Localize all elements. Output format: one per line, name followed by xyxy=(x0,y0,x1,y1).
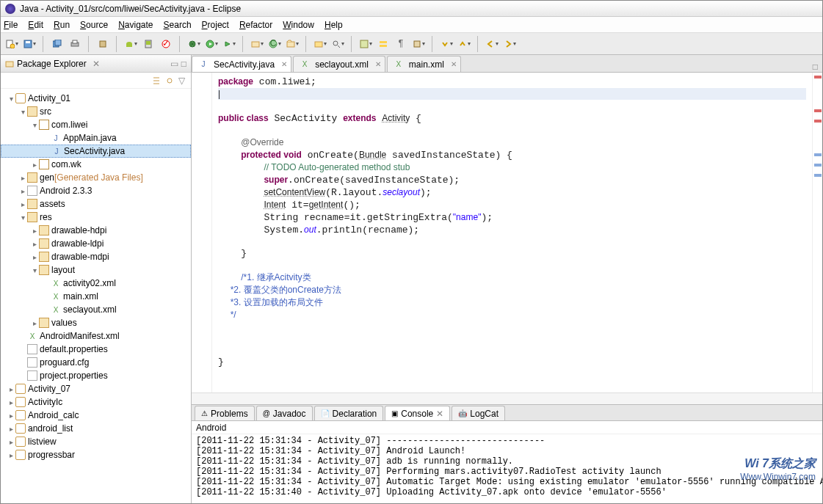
twisty-icon[interactable]: ▸ xyxy=(30,240,39,248)
close-tab-icon[interactable]: ✕ xyxy=(375,60,381,68)
menu-project[interactable]: Project xyxy=(202,20,229,30)
twisty-icon[interactable]: ▾ xyxy=(18,108,27,116)
twisty-icon[interactable]: ▾ xyxy=(30,121,39,129)
tree-item[interactable]: ▸ActivityIc xyxy=(1,395,191,409)
twisty-icon[interactable]: ▸ xyxy=(30,227,39,235)
tree-item[interactable]: ▾res xyxy=(1,211,191,224)
save-all-button[interactable] xyxy=(51,37,64,51)
menu-file[interactable]: File xyxy=(4,20,18,30)
console-output[interactable]: [2011-11-22 15:31:34 - Activity_07] ----… xyxy=(192,434,822,503)
tree-item[interactable]: ▸Android_calc xyxy=(1,409,191,422)
tree-item[interactable]: ▸com.wk xyxy=(1,158,191,171)
editor-tab[interactable]: Xseclayout.xml✕ xyxy=(293,56,385,72)
bottom-tab-logcat[interactable]: 🤖LogCat xyxy=(452,406,505,420)
build-button[interactable] xyxy=(96,37,109,51)
twisty-icon[interactable]: ▸ xyxy=(7,398,15,406)
forward-button[interactable] xyxy=(503,37,516,51)
tree-item[interactable]: ▾Activity_01 xyxy=(1,92,191,105)
open-type-button[interactable] xyxy=(313,37,327,51)
overview-ruler[interactable] xyxy=(812,73,822,392)
menu-help[interactable]: Help xyxy=(325,20,343,30)
menu-refactor[interactable]: Refactor xyxy=(239,20,272,30)
tree-item[interactable]: ▸android_list xyxy=(1,422,191,435)
twisty-icon[interactable]: ▸ xyxy=(18,187,27,195)
editor-tab[interactable]: Xmain.xml✕ xyxy=(387,56,461,72)
new-button[interactable] xyxy=(5,37,18,51)
editor-horizontal-scrollbar[interactable] xyxy=(192,392,822,404)
tree-item[interactable]: ▾com.liwei xyxy=(1,118,191,131)
editor-gutter[interactable] xyxy=(192,73,212,392)
lint-button[interactable]: ✓ xyxy=(159,37,173,51)
mark-occurrences-button[interactable] xyxy=(377,37,390,51)
view-menu-icon[interactable]: ▽ xyxy=(178,76,185,86)
bottom-tab-console[interactable]: ▣Console ✕ xyxy=(385,406,450,420)
show-whitespace-button[interactable]: ¶ xyxy=(394,37,407,51)
tree-item[interactable]: project.properties xyxy=(1,369,191,382)
tree-item[interactable]: XAndroidManifest.xml xyxy=(1,329,191,343)
print-button[interactable] xyxy=(68,37,81,51)
tree-item[interactable]: Xmain.xml xyxy=(1,290,191,303)
twisty-icon[interactable]: ▾ xyxy=(7,95,15,103)
maximize-view-icon[interactable]: □ xyxy=(181,59,186,69)
maximize-editor-icon[interactable]: □ xyxy=(808,62,822,72)
new-class-button[interactable]: C xyxy=(268,37,281,51)
twisty-icon[interactable]: ▸ xyxy=(30,319,39,327)
tree-item[interactable]: proguard.cfg xyxy=(1,356,191,369)
close-tab-icon[interactable]: ✕ xyxy=(451,60,457,68)
tree-item[interactable]: ▾src xyxy=(1,105,191,118)
tree-item[interactable]: Xseclayout.xml xyxy=(1,303,191,316)
back-button[interactable] xyxy=(485,37,498,51)
tree-item[interactable]: Xactivity02.xml xyxy=(1,277,191,290)
new-folder-button[interactable] xyxy=(286,37,299,51)
menu-search[interactable]: Search xyxy=(164,20,192,30)
twisty-icon[interactable]: ▾ xyxy=(30,266,39,274)
twisty-icon[interactable]: ▸ xyxy=(18,174,27,182)
collapse-all-icon[interactable] xyxy=(152,76,161,85)
bottom-tab-problems[interactable]: ⚠Problems xyxy=(195,406,255,420)
toggle-breadcrumb-button[interactable] xyxy=(359,37,372,51)
tree-item[interactable]: ▸Activity_07 xyxy=(1,382,191,395)
tree-item[interactable]: ▸assets xyxy=(1,197,191,211)
tree-item[interactable]: ▸gen [Generated Java Files] xyxy=(1,171,191,184)
avd-button[interactable] xyxy=(142,37,155,51)
twisty-icon[interactable]: ▸ xyxy=(7,451,15,459)
debug-button[interactable] xyxy=(187,37,200,51)
next-annotation-button[interactable] xyxy=(440,37,453,51)
bottom-tab-declaration[interactable]: 📄Declaration xyxy=(314,406,384,420)
menu-run[interactable]: Run xyxy=(54,20,70,30)
close-tab-icon[interactable]: ✕ xyxy=(281,60,287,68)
menu-source[interactable]: Source xyxy=(80,20,108,30)
tree-item[interactable]: JAppMain.java xyxy=(1,131,191,145)
bottom-tab-javadoc[interactable]: @Javadoc xyxy=(256,406,313,420)
close-view-icon[interactable]: ✕ xyxy=(93,59,100,69)
code-editor[interactable]: package com.liwei; | public class SecAct… xyxy=(212,73,812,392)
twisty-icon[interactable]: ▸ xyxy=(7,425,15,433)
save-button[interactable] xyxy=(23,37,36,51)
tree-item[interactable]: default.properties xyxy=(1,343,191,356)
menu-navigate[interactable]: Navigate xyxy=(118,20,153,30)
tree-item[interactable]: ▸drawable-ldpi xyxy=(1,237,191,250)
tree-item[interactable]: ▸values xyxy=(1,316,191,329)
editor-tab[interactable]: JSecActivity.java✕ xyxy=(192,56,291,72)
tree-item[interactable]: ▸drawable-hdpi xyxy=(1,224,191,237)
run-last-button[interactable] xyxy=(222,37,236,51)
annotation-button[interactable] xyxy=(412,37,425,51)
tree-item[interactable]: ▸progressbar xyxy=(1,448,191,461)
tree-item[interactable]: ▸drawable-mdpi xyxy=(1,250,191,263)
menu-window[interactable]: Window xyxy=(283,20,314,30)
twisty-icon[interactable]: ▸ xyxy=(30,253,39,261)
new-package-button[interactable] xyxy=(250,37,264,51)
twisty-icon[interactable]: ▸ xyxy=(7,385,15,393)
search-button[interactable] xyxy=(331,37,344,51)
minimize-view-icon[interactable]: ▭ xyxy=(170,59,178,69)
tree-item[interactable]: ▾layout xyxy=(1,263,191,277)
prev-annotation-button[interactable] xyxy=(457,37,471,51)
menu-edit[interactable]: Edit xyxy=(28,20,43,30)
twisty-icon[interactable]: ▸ xyxy=(7,412,15,420)
tree-item[interactable]: ▸listview xyxy=(1,435,191,448)
twisty-icon[interactable]: ▸ xyxy=(30,161,39,169)
twisty-icon[interactable]: ▾ xyxy=(18,213,27,222)
tree-item[interactable]: ▸Android 2.3.3 xyxy=(1,184,191,197)
android-sdk-button[interactable] xyxy=(124,37,137,51)
twisty-icon[interactable]: ▸ xyxy=(18,200,27,208)
